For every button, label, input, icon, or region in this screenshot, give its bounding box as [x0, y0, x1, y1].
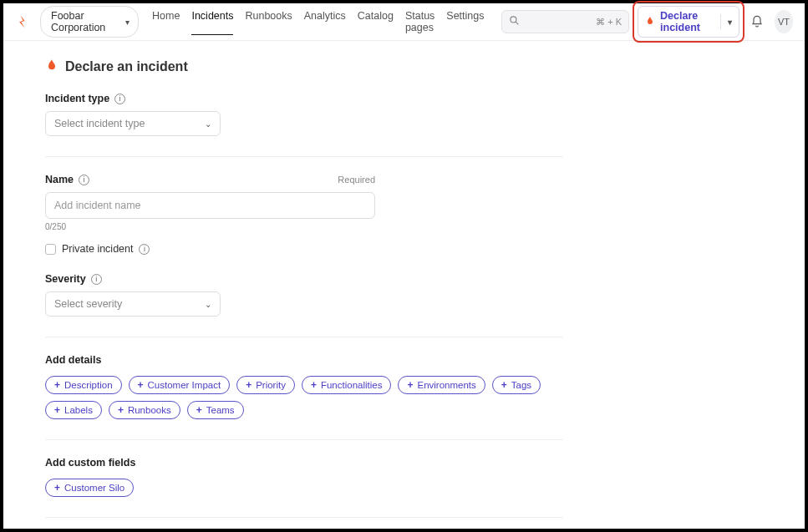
- search-input[interactable]: ⌘ + K: [501, 10, 630, 33]
- details-chips: +Description +Customer Impact +Priority …: [45, 376, 563, 419]
- top-bar: Foobar Corporation ▾ Home Incidents Runb…: [3, 3, 805, 41]
- info-icon[interactable]: i: [114, 94, 125, 104]
- nav-catalog[interactable]: Catalog: [358, 8, 394, 35]
- custom-fields-heading: Add custom fields: [45, 457, 563, 469]
- chip-customer-silo[interactable]: +Customer Silo: [45, 479, 134, 497]
- incident-type-select[interactable]: Select incident type ⌄: [45, 111, 221, 136]
- incident-name-input[interactable]: [45, 192, 375, 219]
- declare-incident-button[interactable]: Declare incident ▾: [638, 6, 739, 38]
- plus-icon: +: [54, 482, 60, 494]
- chip-runbooks[interactable]: +Runbooks: [109, 401, 180, 419]
- severity-label: Severity: [45, 273, 86, 285]
- details-heading: Add details: [45, 354, 563, 366]
- notifications-button[interactable]: [748, 10, 766, 33]
- chip-environments[interactable]: +Environments: [398, 376, 485, 394]
- fire-icon: [645, 15, 655, 29]
- declare-label: Declare incident: [660, 10, 714, 33]
- org-name: Foobar Corporation: [51, 10, 120, 33]
- required-indicator: Required: [338, 175, 375, 185]
- info-icon[interactable]: i: [139, 244, 150, 255]
- main-nav: Home Incidents Runbooks Analytics Catalo…: [152, 8, 484, 35]
- chevron-down-icon: ⌄: [205, 300, 211, 309]
- nav-incidents[interactable]: Incidents: [191, 8, 233, 35]
- plus-icon: +: [501, 379, 507, 391]
- chip-description[interactable]: +Description: [45, 376, 122, 394]
- info-icon[interactable]: i: [79, 175, 89, 185]
- chip-functionalities[interactable]: +Functionalities: [302, 376, 392, 394]
- chip-priority[interactable]: +Priority: [236, 376, 295, 394]
- chevron-down-icon: ▾: [125, 18, 130, 27]
- plus-icon: +: [138, 379, 144, 391]
- plus-icon: +: [54, 404, 60, 416]
- nav-home[interactable]: Home: [152, 8, 180, 35]
- nav-settings[interactable]: Settings: [446, 8, 484, 35]
- severity-placeholder: Select severity: [54, 298, 122, 310]
- chevron-down-icon[interactable]: ▾: [728, 18, 732, 27]
- plus-icon: +: [311, 379, 317, 391]
- chip-tags[interactable]: +Tags: [492, 376, 541, 394]
- severity-select[interactable]: Select severity ⌄: [45, 291, 221, 317]
- page-content: Declare an incident Incident type i Sele…: [3, 41, 805, 529]
- name-label: Name: [45, 174, 74, 185]
- custom-fields-chips: +Customer Silo: [45, 479, 563, 497]
- svg-line-1: [516, 22, 518, 24]
- name-counter: 0/250: [45, 222, 563, 231]
- fire-icon: [45, 58, 58, 76]
- nav-runbooks[interactable]: Runbooks: [245, 8, 292, 35]
- chevron-down-icon: ⌄: [205, 119, 211, 129]
- plus-icon: +: [196, 404, 202, 416]
- nav-analytics[interactable]: Analytics: [304, 8, 346, 35]
- user-avatar[interactable]: VT: [775, 10, 793, 33]
- plus-icon: +: [407, 379, 413, 391]
- plus-icon: +: [246, 379, 252, 391]
- section-incident-type: Incident type i Select incident type ⌄: [45, 93, 563, 157]
- page-title: Declare an incident: [45, 58, 763, 76]
- info-icon[interactable]: i: [91, 274, 102, 285]
- section-add-details: Add details +Description +Customer Impac…: [45, 354, 563, 440]
- chip-labels[interactable]: +Labels: [45, 401, 102, 419]
- avatar-initials: VT: [778, 17, 790, 27]
- private-label: Private incident: [62, 243, 133, 255]
- svg-point-0: [510, 17, 516, 23]
- chip-customer-impact[interactable]: +Customer Impact: [129, 376, 231, 394]
- plus-icon: +: [118, 404, 124, 416]
- org-selector[interactable]: Foobar Corporation ▾: [40, 6, 139, 38]
- section-custom-fields: Add custom fields +Customer Silo: [45, 457, 563, 518]
- search-shortcut: ⌘ + K: [596, 17, 622, 28]
- section-name-severity: Name i Required 0/250 Private incident i…: [45, 174, 563, 337]
- search-icon: [509, 15, 520, 28]
- nav-status-pages[interactable]: Status pages: [405, 8, 434, 35]
- incident-type-label: Incident type: [45, 93, 109, 104]
- chip-teams[interactable]: +Teams: [187, 401, 244, 419]
- plus-icon: +: [54, 379, 60, 391]
- private-incident-checkbox[interactable]: [45, 244, 56, 255]
- incident-type-placeholder: Select incident type: [54, 118, 145, 129]
- app-logo: [15, 13, 32, 30]
